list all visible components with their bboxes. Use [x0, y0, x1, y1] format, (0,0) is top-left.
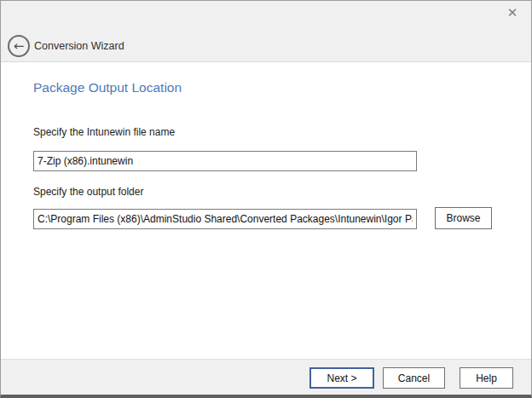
wizard-footer: Next > Cancel Help [1, 359, 531, 395]
conversion-wizard-dialog: ✕ ← Conversion Wizard Package Output Loc… [0, 0, 532, 398]
page-title: Package Output Location [33, 80, 182, 95]
wizard-header: ✕ ← Conversion Wizard [1, 1, 531, 62]
next-button[interactable]: Next > [309, 367, 374, 389]
browse-button[interactable]: Browse [435, 207, 492, 229]
help-button[interactable]: Help [460, 367, 513, 389]
intunewin-file-name-label: Specify the Intunewin file name [33, 126, 175, 138]
back-arrow-icon: ← [14, 38, 25, 54]
output-folder-label: Specify the output folder [33, 186, 143, 198]
back-button[interactable]: ← [8, 35, 30, 57]
wizard-title: Conversion Wizard [34, 40, 124, 52]
output-folder-input[interactable] [33, 209, 417, 229]
close-icon[interactable]: ✕ [503, 3, 522, 22]
cancel-button[interactable]: Cancel [383, 367, 445, 389]
intunewin-file-name-input[interactable] [33, 151, 417, 171]
